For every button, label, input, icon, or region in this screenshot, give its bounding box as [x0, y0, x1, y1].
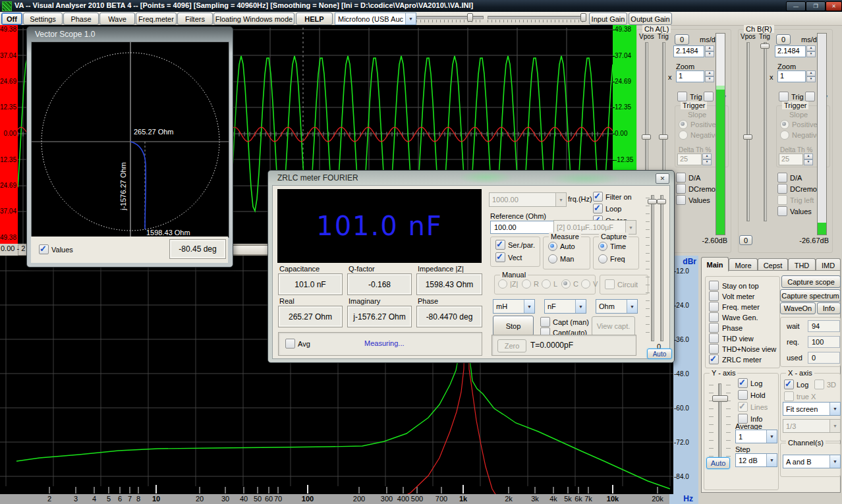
zrlc-gain-thumb-1[interactable]	[648, 199, 657, 204]
zrlc-gain-slider-2[interactable]	[660, 195, 663, 341]
channel-select[interactable]: A and B ▼	[783, 455, 841, 468]
y-hold-checkbox[interactable]: Hold	[738, 390, 766, 400]
checkbox-icon[interactable]	[709, 323, 719, 333]
zrlc-auto-button[interactable]: Auto	[647, 349, 672, 359]
checkbox-icon[interactable]	[677, 92, 687, 101]
checkbox-icon[interactable]	[805, 92, 815, 101]
input-gain-slider[interactable]	[416, 16, 484, 19]
capture-spectrum-button[interactable]: Capture spectrum	[780, 289, 841, 302]
off-button[interactable]: Off	[1, 13, 22, 25]
y-log-checkbox[interactable]: Log	[738, 378, 762, 388]
zrlc-close-icon[interactable]: ✕	[656, 173, 669, 184]
channel-a-ms-spinner[interactable]: 2.1484 ▲▼	[673, 45, 714, 57]
freq-meter-button[interactable]: Freq.meter	[136, 13, 177, 25]
vector-scope-window[interactable]: Vector Scope 1.0 265.27 Ohm j-1576.27 Oh…	[26, 26, 233, 267]
channel-b-zoom-value[interactable]: 1	[777, 70, 806, 82]
step-select[interactable]: 12 dB ▼	[735, 453, 777, 467]
zrlc-capture-time[interactable]: Time	[598, 242, 626, 251]
checkbox-icon[interactable]	[777, 173, 787, 182]
input-gain-button[interactable]: Input Gain	[589, 13, 627, 25]
zrlc-vect-checkbox[interactable]: Vect	[495, 252, 522, 262]
tab-more[interactable]: More	[729, 258, 758, 271]
radio-icon[interactable]	[598, 242, 607, 251]
checkbox-icon[interactable]	[676, 184, 686, 194]
zrlc-unit-r-select[interactable]: Ohm ▼	[596, 299, 638, 314]
vs-values-checkbox[interactable]: Values	[39, 244, 73, 254]
zrlc-gain-slider-1[interactable]	[651, 195, 654, 341]
channel-a-trig-thumb[interactable]	[659, 134, 668, 140]
channel-b-zoom-spinner[interactable]: 1 ▲▼	[777, 70, 816, 82]
channel-b-vpos-slider[interactable]	[746, 42, 750, 221]
channel-a-trig-checkbox[interactable]: Trig	[677, 92, 702, 101]
audio-device-select[interactable]: Microfono (USB Auc ▼	[335, 13, 416, 25]
channel-b-reset-button[interactable]: 0	[739, 235, 752, 245]
checkbox-icon[interactable]	[285, 339, 295, 349]
channel-a-ms-value[interactable]: 2.1484	[673, 45, 704, 57]
channel-a-zero-button[interactable]: 0	[675, 34, 689, 45]
phase-button[interactable]: Phase	[63, 13, 99, 25]
checkbox-icon[interactable]	[676, 173, 686, 182]
info-button[interactable]: Info	[817, 302, 841, 314]
y-auto-button[interactable]: Auto	[706, 457, 730, 469]
zrlc-capture-freq[interactable]: Freq	[598, 254, 625, 264]
maximize-button[interactable]: ❐	[806, 1, 826, 11]
minimize-button[interactable]: —	[786, 1, 806, 11]
toggle-thd-noise-view[interactable]: THD+Noise view	[709, 344, 776, 354]
zrlc-stop-button[interactable]: Stop	[493, 316, 534, 336]
zrlc-loop-checkbox[interactable]: Loop	[593, 204, 621, 213]
channel-a-zoom-value[interactable]: 1	[676, 70, 704, 82]
channel-a-checkbox-values[interactable]: Values	[676, 195, 710, 205]
toggle-volt-meter[interactable]: Volt meter	[709, 291, 755, 301]
checkbox-icon[interactable]	[495, 240, 505, 250]
zrlc-serpar-checkbox[interactable]: Ser./par.	[495, 240, 535, 250]
checkbox-icon[interactable]	[738, 390, 748, 400]
average-select[interactable]: 1 ▼	[735, 430, 777, 443]
toggle-wave-gen-[interactable]: Wave Gen.	[709, 312, 758, 322]
filters-button[interactable]: Filters	[177, 13, 213, 25]
channel-b-vpos-thumb[interactable]	[743, 134, 752, 140]
channel-b-checkbox-values[interactable]: Values	[777, 206, 812, 216]
radio-icon[interactable]	[598, 254, 607, 264]
input-gain-slider-thumb[interactable]	[467, 13, 473, 22]
toggle-stay-on-top[interactable]: Stay on top	[709, 281, 759, 291]
checkbox-icon[interactable]	[709, 281, 719, 291]
checkbox-icon[interactable]	[784, 379, 794, 389]
checkbox-icon[interactable]	[540, 317, 550, 327]
checkbox-icon[interactable]	[39, 244, 49, 254]
toggle-freq-meter[interactable]: Freq. meter	[709, 302, 760, 312]
output-gain-slider[interactable]	[488, 16, 586, 19]
channel-b-trig-checkbox[interactable]: Trig	[779, 92, 804, 101]
channel-b-zero-button[interactable]: 0	[776, 34, 791, 45]
toggle-thd-view[interactable]: THD view	[709, 333, 754, 343]
toggle-zrlc-meter[interactable]: ZRLC meter	[709, 354, 762, 364]
checkbox-icon[interactable]	[777, 184, 787, 194]
checkbox-icon[interactable]	[495, 252, 505, 262]
tab-imd[interactable]: IMD	[816, 258, 841, 271]
zrlc-capt-man-checkbox[interactable]: Capt (man)	[540, 317, 589, 327]
channel-b-trig-thumb[interactable]	[760, 43, 770, 49]
tab-cepst[interactable]: Cepst	[758, 258, 788, 271]
zrlc-avg-checkbox[interactable]: Avg	[285, 339, 310, 349]
checkbox-icon[interactable]	[709, 291, 719, 301]
output-gain-button[interactable]: Output Gain	[629, 13, 672, 25]
checkbox-icon[interactable]	[777, 206, 787, 216]
zrlc-measure-man[interactable]: Man	[548, 254, 574, 264]
wave-on-button[interactable]: WaveOn	[780, 302, 816, 314]
checkbox-icon[interactable]	[779, 92, 789, 101]
zrlc-measure-auto[interactable]: Auto	[548, 242, 575, 251]
channel-b-ms-value[interactable]: 2.1484	[775, 45, 806, 57]
checkbox-icon[interactable]	[709, 344, 719, 354]
zrlc-reference-input[interactable]: 100.00	[490, 221, 554, 234]
help-button[interactable]: HELP	[296, 13, 333, 25]
radio-icon[interactable]	[548, 242, 557, 251]
capture-scope-button[interactable]: Capture scope	[781, 275, 841, 288]
channel-b-checkbox-d-a[interactable]: D/A	[777, 173, 802, 182]
tab-thd[interactable]: THD	[788, 258, 816, 271]
zrlc-window[interactable]: ZRLC meter FOURIER ✕ 101.0 nF 1000.00 ▼ …	[267, 170, 675, 363]
checkbox-icon[interactable]	[709, 333, 719, 343]
checkbox-icon[interactable]	[738, 378, 748, 388]
checkbox-icon[interactable]	[709, 354, 719, 364]
checkbox-icon[interactable]	[704, 92, 714, 101]
channel-a-checkbox-d-a[interactable]: D/A	[676, 173, 700, 182]
checkbox-icon[interactable]	[709, 312, 719, 322]
